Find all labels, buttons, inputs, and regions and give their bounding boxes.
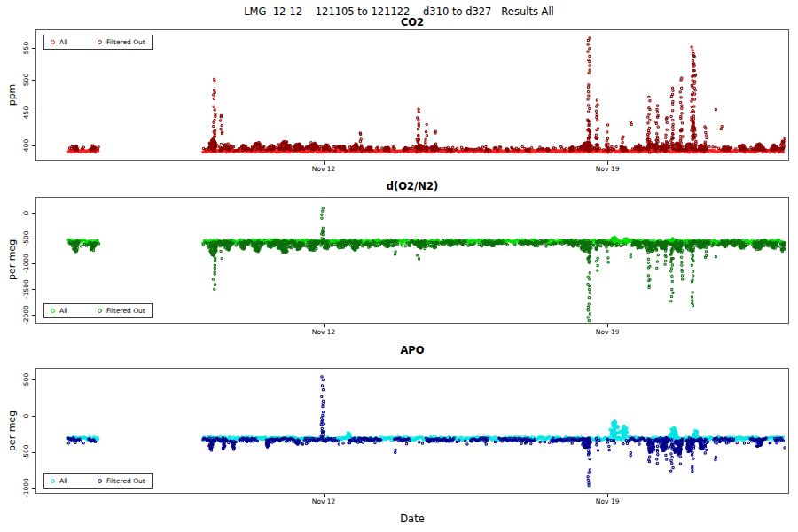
y-tick-label: 400: [22, 138, 30, 151]
legend-entry-filtered: Filtered Out: [98, 477, 145, 485]
y-tick-mark: [32, 488, 35, 489]
filtered-point-symbol: [98, 479, 102, 483]
legend-apo: All Filtered Out: [43, 473, 153, 489]
x-tick-label: Nov 19: [596, 497, 620, 505]
panel-title-do2n2: d(O2/N2): [35, 180, 789, 192]
y-tick-label: -500: [22, 231, 30, 246]
legend-all-label: All: [59, 38, 67, 46]
y-tick-mark: [32, 213, 35, 214]
y-tick-label: -1000: [22, 254, 30, 273]
x-tick-label: Nov 12: [312, 328, 336, 336]
figure: LMG 12-12 121105 to 121122 d310 to d327 …: [0, 0, 798, 532]
legend-entry-all: All: [51, 38, 98, 46]
legend-filtered-label: Filtered Out: [106, 38, 145, 46]
y-tick-mark: [32, 452, 35, 453]
y-tick-label: 500: [22, 373, 30, 386]
panel-title-apo: APO: [35, 344, 789, 356]
y-tick-label: -1500: [22, 279, 30, 299]
y-tick-label: -500: [22, 444, 30, 459]
x-tick-label: Nov 12: [312, 165, 336, 173]
legend-all-label: All: [59, 307, 67, 315]
legend-do2n2: All Filtered Out: [43, 303, 153, 318]
x-tick-label: Nov 19: [596, 328, 620, 336]
y-tick-mark: [32, 263, 35, 264]
y-tick-mark: [32, 80, 35, 81]
legend-entry-all: All: [51, 477, 98, 485]
y-tick-label: 550: [22, 41, 30, 53]
legend-filtered-label: Filtered Out: [106, 307, 145, 315]
y-axis-label-co2: ppm: [6, 84, 18, 106]
y-tick-mark: [32, 379, 35, 380]
legend-co2: All Filtered Out: [43, 35, 153, 50]
y-tick-mark: [32, 145, 35, 146]
all-point-symbol: [51, 309, 55, 313]
filtered-point-symbol: [98, 40, 102, 44]
filtered-point-symbol: [98, 309, 102, 313]
legend-entry-all: All: [51, 307, 98, 315]
all-point-symbol: [51, 40, 55, 44]
y-tick-mark: [32, 289, 35, 290]
legend-all-label: All: [59, 477, 67, 485]
y-tick-mark: [32, 416, 35, 417]
y-tick-label: -2000: [22, 305, 30, 325]
legend-entry-filtered: Filtered Out: [98, 38, 145, 46]
all-point-symbol: [51, 479, 55, 483]
y-axis-label-do2n2: per meg: [6, 239, 18, 280]
y-tick-label: 0: [22, 413, 30, 418]
y-tick-label: 0: [22, 210, 30, 215]
y-tick-label: -1000: [22, 479, 30, 498]
legend-filtered-label: Filtered Out: [106, 477, 145, 485]
plot-frame-apo: All Filtered Out: [35, 368, 789, 494]
y-tick-label: 500: [22, 74, 30, 86]
panel-title-co2: CO2: [35, 16, 789, 28]
x-axis-label: Date: [35, 512, 789, 525]
y-tick-label: 450: [22, 106, 30, 119]
x-tick-label: Nov 12: [312, 497, 336, 505]
plot-frame-co2: All Filtered Out: [35, 29, 789, 161]
x-tick-mark: [324, 324, 325, 327]
y-axis-label-apo: per meg: [6, 411, 18, 451]
y-tick-mark: [32, 239, 35, 239]
scatter-canvas: [36, 30, 788, 160]
x-tick-mark: [607, 324, 608, 327]
plot-frame-do2n2: All Filtered Out: [35, 197, 789, 324]
y-tick-mark: [32, 48, 35, 49]
y-tick-mark: [32, 315, 35, 316]
x-tick-label: Nov 19: [596, 165, 620, 173]
legend-entry-filtered: Filtered Out: [98, 307, 145, 315]
y-tick-mark: [32, 113, 35, 113]
